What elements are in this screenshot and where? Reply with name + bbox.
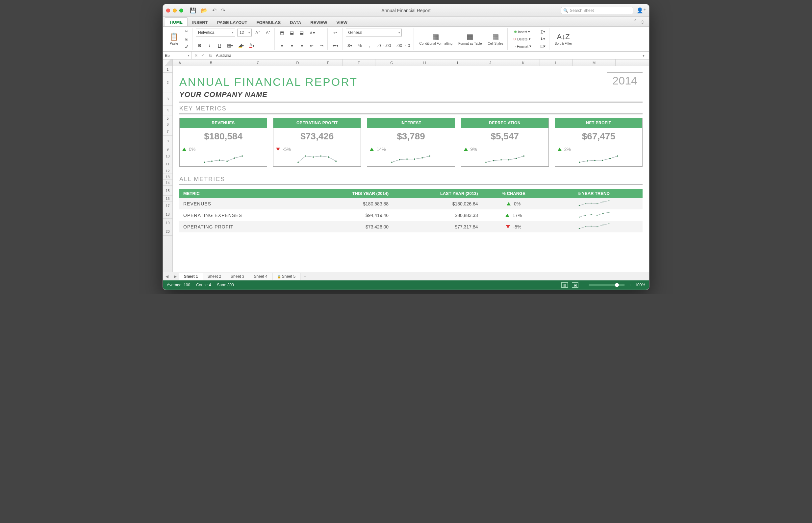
zoom-window-button[interactable] <box>179 8 183 13</box>
cut-button[interactable]: ✂ <box>182 28 190 35</box>
col-header[interactable]: I <box>441 59 474 66</box>
minimize-window-button[interactable] <box>173 8 177 13</box>
save-icon[interactable]: 💾 <box>190 7 196 14</box>
select-all-corner[interactable] <box>163 59 173 66</box>
row-header[interactable]: 4 <box>163 106 172 115</box>
insert-cells-button[interactable]: ⊕ Insert ▾ <box>511 29 533 35</box>
row-header[interactable]: 5 <box>163 115 172 121</box>
merge-button[interactable]: ⬌▾ <box>331 41 340 49</box>
row-header[interactable]: 20 <box>163 227 172 236</box>
sheet-tab[interactable]: Sheet 2 <box>203 273 226 280</box>
search-sheet-input[interactable]: 🔍 Search Sheet <box>561 7 633 14</box>
increase-decimal-button[interactable]: .0→.00 <box>376 41 393 49</box>
underline-button[interactable]: U <box>215 41 223 49</box>
redo-icon[interactable]: ↷ <box>221 7 225 14</box>
share-icon[interactable]: 👤⁺ <box>637 7 646 14</box>
row-header[interactable]: 2 <box>163 73 172 92</box>
accept-formula-icon[interactable]: ✓ <box>201 53 204 58</box>
collapse-ribbon-icon[interactable]: ˄ <box>634 19 637 25</box>
sheet-tab[interactable]: Sheet 1 <box>179 273 203 280</box>
open-icon[interactable]: 📂 <box>201 7 208 14</box>
row-header[interactable]: 12 <box>163 168 172 174</box>
font-color-button[interactable]: A▾ <box>248 41 256 49</box>
col-header[interactable]: M <box>573 59 616 66</box>
currency-button[interactable]: $▾ <box>346 41 354 49</box>
tab-page-layout[interactable]: PAGE LAYOUT <box>212 18 252 26</box>
decrease-decimal-button[interactable]: .00→.0 <box>395 41 412 49</box>
row-header[interactable]: 7 <box>163 127 172 136</box>
row-header[interactable]: 10 <box>163 152 172 160</box>
zoom-in-button[interactable]: + <box>629 283 631 287</box>
add-sheet-button[interactable]: ＋ <box>300 273 310 279</box>
comma-button[interactable]: , <box>366 41 374 49</box>
close-window-button[interactable] <box>166 8 170 13</box>
col-header[interactable]: K <box>507 59 540 66</box>
fill-button[interactable]: ⬇▾ <box>539 36 547 42</box>
tab-insert[interactable]: INSERT <box>188 18 212 26</box>
row-header[interactable]: 1 <box>163 66 172 73</box>
col-header[interactable]: H <box>408 59 441 66</box>
fx-label[interactable]: fx <box>207 53 214 58</box>
decrease-font-button[interactable]: A˅ <box>264 29 273 36</box>
orientation-button[interactable]: ⤮▾ <box>308 29 317 36</box>
row-header[interactable]: 11 <box>163 160 172 168</box>
sheet-tab[interactable]: Sheet 3 <box>226 273 249 280</box>
conditional-formatting-button[interactable]: ▦Conditional Formatting <box>417 32 454 46</box>
row-header[interactable]: 9 <box>163 146 172 152</box>
row-header[interactable]: 6 <box>163 121 172 127</box>
sheet-canvas[interactable]: ANNUAL FINANCIAL REPORT 2014 YOUR COMPAN… <box>173 66 649 272</box>
fill-color-button[interactable]: ◢▾ <box>237 41 246 49</box>
align-center-button[interactable]: ≡ <box>288 41 296 49</box>
align-middle-button[interactable]: ⬓ <box>288 29 296 36</box>
bold-button[interactable]: B <box>196 41 204 49</box>
align-bottom-button[interactable]: ⬓ <box>298 29 306 36</box>
paste-button[interactable]: 📋 Paste <box>168 32 180 46</box>
row-header[interactable]: 13 <box>163 174 172 180</box>
col-header[interactable]: C <box>235 59 281 66</box>
font-name-select[interactable]: Helvetica <box>196 29 235 36</box>
format-painter-button[interactable]: 🖌 <box>182 43 190 50</box>
row-header[interactable]: 17 <box>163 201 172 210</box>
font-size-select[interactable]: 12 <box>237 29 252 36</box>
autosum-button[interactable]: ∑▾ <box>539 29 547 35</box>
copy-button[interactable]: ⎘ <box>182 36 190 42</box>
sheet-tab[interactable]: Sheet 4 <box>249 273 272 280</box>
format-as-table-button[interactable]: ▦Format as Table <box>456 32 484 46</box>
col-header[interactable]: L <box>540 59 573 66</box>
col-header[interactable]: A <box>173 59 187 66</box>
normal-view-button[interactable]: ▦ <box>561 282 568 288</box>
row-header[interactable]: 15 <box>163 186 172 196</box>
col-header[interactable]: J <box>474 59 507 66</box>
decrease-indent-button[interactable]: ⇤ <box>308 41 315 49</box>
align-right-button[interactable]: ≡ <box>298 41 306 49</box>
smiley-feedback-icon[interactable]: ☺ <box>640 19 645 25</box>
col-header[interactable]: G <box>375 59 408 66</box>
borders-button[interactable]: ▦▾ <box>225 41 235 49</box>
clear-button[interactable]: ◫▾ <box>539 43 547 49</box>
cell-styles-button[interactable]: ▦Cell Styles <box>486 32 505 46</box>
tab-data[interactable]: DATA <box>285 18 306 26</box>
tab-formulas[interactable]: FORMULAS <box>252 18 285 26</box>
delete-cells-button[interactable]: ⊖ Delete ▾ <box>511 36 533 42</box>
tab-view[interactable]: VIEW <box>332 18 352 26</box>
row-header[interactable]: 3 <box>163 92 172 106</box>
page-layout-view-button[interactable]: ▣ <box>572 282 578 288</box>
percent-button[interactable]: % <box>356 41 364 49</box>
row-header[interactable]: 14 <box>163 180 172 186</box>
next-sheet-button[interactable]: ▶ <box>171 274 179 279</box>
sort-filter-button[interactable]: A↓ZSort & Filter <box>553 32 574 46</box>
col-header[interactable]: B <box>187 59 235 66</box>
increase-indent-button[interactable]: ⇥ <box>317 41 325 49</box>
increase-font-button[interactable]: A˄ <box>254 29 262 36</box>
align-top-button[interactable]: ⬒ <box>278 29 286 36</box>
row-header[interactable]: 8 <box>163 136 172 146</box>
row-header[interactable]: 19 <box>163 219 172 227</box>
prev-sheet-button[interactable]: ◀ <box>163 274 171 279</box>
sheet-tab[interactable]: 🔒Sheet 5 <box>272 273 300 280</box>
row-header[interactable]: 18 <box>163 210 172 219</box>
col-header[interactable]: F <box>343 59 375 66</box>
zoom-slider[interactable] <box>589 284 625 286</box>
zoom-out-button[interactable]: − <box>582 283 585 287</box>
name-box[interactable]: B5 <box>163 52 192 59</box>
number-format-select[interactable]: General <box>346 29 402 36</box>
